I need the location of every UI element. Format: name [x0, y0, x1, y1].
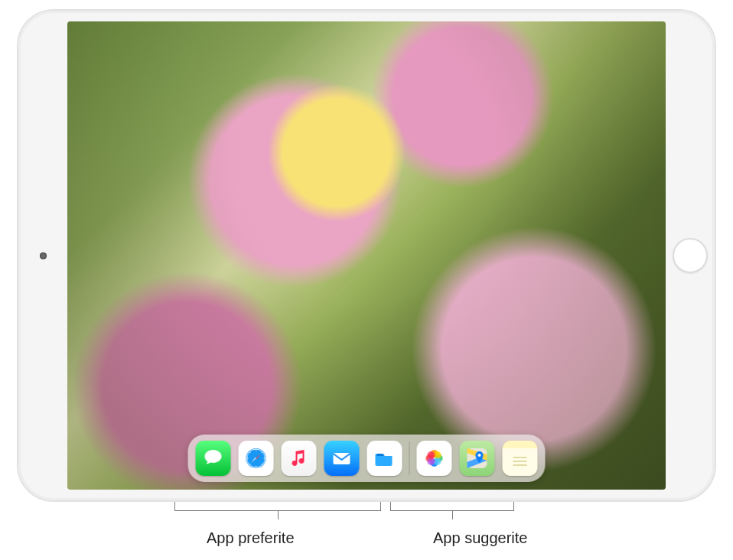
files-app-icon[interactable]: [367, 441, 402, 476]
annotation-callouts: App preferite App suggerite: [0, 502, 733, 555]
ipad-device-frame: [17, 9, 716, 502]
home-screen[interactable]: [67, 21, 666, 490]
mail-app-icon[interactable]: [324, 441, 360, 476]
messages-app-icon[interactable]: [196, 441, 231, 476]
music-app-icon[interactable]: [282, 441, 317, 476]
maps-app-icon[interactable]: [460, 441, 495, 476]
bracket-suggested: [390, 502, 514, 511]
bracket-favorites: [174, 502, 381, 511]
notes-app-icon[interactable]: [503, 441, 538, 476]
callout-suggested-label: App suggerite: [433, 529, 527, 547]
front-camera-icon: [40, 252, 47, 259]
dock-suggested-group: [417, 441, 538, 476]
bezel-right: [666, 11, 715, 500]
dock-separator: [409, 441, 410, 475]
safari-app-icon[interactable]: [239, 441, 274, 476]
callout-favorites-label: App preferite: [207, 529, 295, 547]
dock-favorites-group: [196, 441, 402, 476]
dock: [188, 435, 546, 482]
bezel-left: [18, 11, 67, 500]
home-button[interactable]: [673, 238, 708, 273]
photos-app-icon[interactable]: [417, 441, 452, 476]
